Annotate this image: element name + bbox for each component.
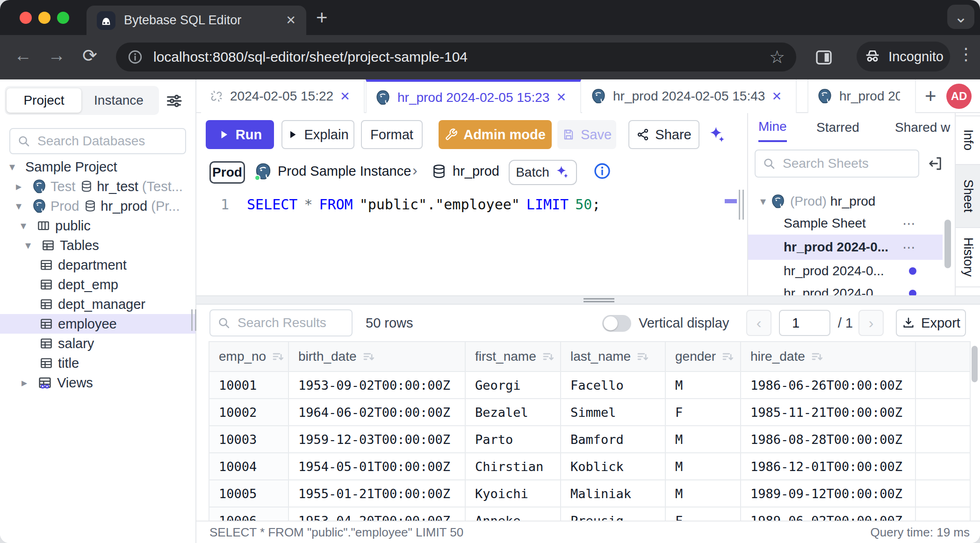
add-sheet-button[interactable]: + (925, 85, 937, 107)
traffic-minimize-button[interactable] (38, 12, 50, 24)
sort-icon[interactable] (362, 350, 375, 363)
browser-menu-icon[interactable]: ⋮ (958, 44, 975, 64)
sheet-item-sample-sheet[interactable]: Sample Sheet ⋯ (748, 212, 943, 235)
tab-instance[interactable]: Instance (83, 88, 154, 113)
sort-icon[interactable] (636, 350, 649, 363)
sql-code-line[interactable]: SELECT*FROM"public"."employee"LIMIT50; (247, 196, 600, 229)
table-row[interactable]: 10004 1954-05-01T00:00:00Z Chirstian Kob… (209, 453, 970, 480)
tab-close-icon[interactable]: ✕ (286, 13, 296, 28)
tree-item-table-dept-manager[interactable]: dept_manager (0, 294, 195, 314)
batch-button[interactable]: Batch (509, 160, 577, 185)
results-scrollbar[interactable] (972, 346, 978, 382)
cell-last-name[interactable]: Bamford (561, 426, 665, 453)
sheet-item-selected[interactable]: hr_prod 2024-0... ⋯ (748, 235, 943, 260)
tree-item-table-dept-emp[interactable]: dept_emp (0, 275, 195, 294)
cell-first-name[interactable]: Parto (465, 426, 561, 453)
cell-first-name[interactable]: Anneke (465, 507, 561, 521)
database-name[interactable]: hr_prod (453, 164, 499, 179)
sheet-list-scrollbar[interactable] (944, 220, 951, 268)
cell-hire-date[interactable]: 1985-11-21T00:00:00Z (741, 399, 915, 426)
cell-hire-date[interactable]: 1986-12-01T00:00:00Z (741, 453, 915, 480)
cell-gender[interactable]: M (665, 480, 741, 507)
sheet-search-input[interactable] (782, 156, 912, 171)
traffic-zoom-button[interactable] (57, 12, 69, 24)
table-row[interactable]: 10003 1959-12-03T00:00:00Z Parto Bamford… (209, 426, 970, 453)
vertical-display-toggle[interactable] (602, 315, 631, 332)
export-button[interactable]: Export (896, 309, 966, 336)
filter-settings-icon[interactable] (165, 92, 183, 110)
tab-shared-with-me[interactable]: Shared w (895, 113, 950, 142)
column-header-hire-date[interactable]: hire_date (741, 342, 915, 372)
sheet-tab-1[interactable]: 2024-02-05 15:22 ✕ (201, 79, 365, 113)
cell-hire-date[interactable]: 1989-09-12T00:00:00Z (741, 480, 915, 507)
tree-item-project[interactable]: ▾ Sample Project (0, 157, 195, 177)
cell-emp-no[interactable]: 10006 (209, 507, 288, 521)
environment-chip[interactable]: Prod (209, 161, 245, 184)
cell-birth-date[interactable]: 1964-06-02T00:00:00Z (288, 399, 465, 426)
cell-emp-no[interactable]: 10001 (209, 372, 288, 399)
tree-item-schema-public[interactable]: ▾ public (0, 216, 195, 236)
table-row[interactable]: 10002 1964-06-02T00:00:00Z Bezalel Simme… (209, 399, 970, 426)
tree-item-hr-test[interactable]: ▸ Test hr_test (Test... (0, 177, 195, 196)
caret-down-icon[interactable]: ▾ (16, 200, 28, 213)
forward-button[interactable]: → (48, 45, 65, 65)
cell-hire-date[interactable]: 1986-06-26T00:00:00Z (741, 372, 915, 399)
tree-item-hr-prod[interactable]: ▾ Prod hr_prod (Pr... (0, 196, 195, 216)
cell-gender[interactable]: M (665, 453, 741, 480)
cell-birth-date[interactable]: 1955-01-21T00:00:00Z (288, 480, 465, 507)
caret-right-icon[interactable]: ▸ (16, 180, 28, 193)
address-bar[interactable]: localhost:8080/sql-editor/sheet/project-… (116, 43, 796, 71)
sheet-menu-icon[interactable]: ⋯ (902, 216, 916, 231)
table-row[interactable]: 10005 1955-01-21T00:00:00Z Kyoichi Malin… (209, 480, 970, 507)
table-row[interactable]: 10006 1953-04-20T00:00:00Z Anneke Preusi… (209, 507, 970, 521)
cell-gender[interactable]: M (665, 372, 741, 399)
cell-last-name[interactable]: Maliniak (561, 480, 665, 507)
cell-first-name[interactable]: Kyoichi (465, 480, 561, 507)
sql-code-editor[interactable]: 1 SELECT*FROM"public"."employee"LIMIT50; (196, 189, 747, 295)
caret-down-icon[interactable]: ▾ (25, 239, 37, 252)
cell-last-name[interactable]: Simmel (561, 399, 665, 426)
tab-history[interactable]: History (956, 228, 980, 287)
user-avatar[interactable]: AD (946, 84, 972, 109)
reload-button[interactable]: ⟳ (82, 45, 97, 66)
cell-gender[interactable]: F (665, 399, 741, 426)
cell-hire-date[interactable]: 1989-06-02T00:00:00Z (741, 507, 915, 521)
cell-emp-no[interactable]: 10003 (209, 426, 288, 453)
column-header-birth-date[interactable]: birth_date (288, 342, 465, 372)
sheet-item-unsaved[interactable]: hr_prod 2024-0 (748, 282, 943, 295)
share-button[interactable]: Share (628, 120, 699, 149)
prev-page-button[interactable]: ‹ (746, 310, 771, 336)
cell-birth-date[interactable]: 1953-09-02T00:00:00Z (288, 372, 465, 399)
explain-button[interactable]: Explain (281, 120, 354, 149)
tab-info[interactable]: Info (956, 115, 980, 165)
caret-down-icon[interactable]: ▾ (9, 160, 22, 173)
info-circle-icon[interactable] (593, 162, 612, 180)
sort-icon[interactable] (272, 350, 284, 363)
cell-last-name[interactable]: Facello (561, 372, 665, 399)
tree-item-table-department[interactable]: department (0, 255, 195, 275)
database-search-input[interactable] (36, 133, 179, 149)
tab-search-chevron-button[interactable]: ⌄ (947, 5, 974, 29)
column-header-last-name[interactable]: last_name (561, 342, 665, 372)
side-panel-icon[interactable] (814, 48, 833, 67)
cell-first-name[interactable]: Bezalel (465, 399, 561, 426)
close-icon[interactable]: ✕ (556, 90, 566, 105)
cell-gender[interactable]: M (665, 426, 741, 453)
browser-tab[interactable]: Bytebase SQL Editor ✕ (86, 6, 306, 35)
sort-icon[interactable] (542, 350, 554, 363)
ai-sparkles-icon[interactable] (707, 125, 727, 145)
run-button[interactable]: Run (206, 120, 274, 149)
column-header-emp-no[interactable]: emp_no (209, 342, 288, 372)
sheet-group-hr-prod[interactable]: ▾ (Prod) hr_prod (748, 191, 943, 212)
sheet-tab-4[interactable]: hr_prod 2024-( (807, 79, 916, 113)
cell-first-name[interactable]: Georgi (465, 372, 561, 399)
caret-down-icon[interactable]: ▾ (760, 195, 766, 208)
sort-icon[interactable] (721, 350, 734, 363)
cell-last-name[interactable]: Koblick (561, 453, 665, 480)
cell-emp-no[interactable]: 10004 (209, 453, 288, 480)
sheet-search[interactable] (755, 150, 919, 178)
new-tab-button[interactable]: + (316, 7, 328, 29)
sheet-tab-3[interactable]: hr_prod 2024-02-05 15:43 ✕ (582, 79, 797, 113)
tree-item-table-title[interactable]: title (0, 353, 195, 373)
site-info-icon[interactable] (127, 49, 143, 65)
